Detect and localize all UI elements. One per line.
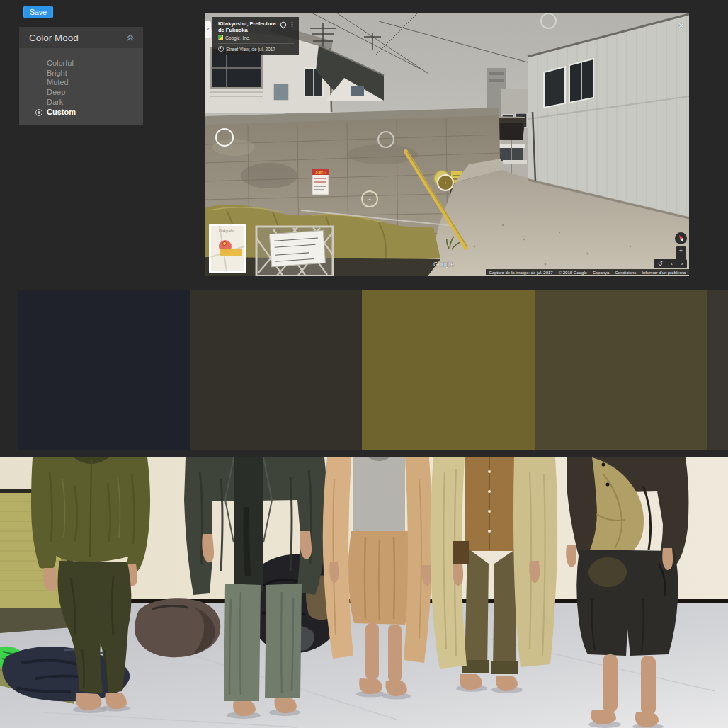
color-picker-handle-4[interactable]: +	[361, 190, 378, 207]
color-mood-option-label: Custom	[47, 108, 76, 116]
zoom-in-button[interactable]: +	[676, 246, 686, 256]
source-label: Google, Inc.	[225, 35, 250, 40]
color-mood-option-dark[interactable]: Dark	[19, 98, 143, 108]
collapse-chevron-icon[interactable]	[126, 34, 135, 41]
clock-icon	[218, 46, 224, 52]
color-mood-option-label: Muted	[47, 78, 69, 86]
svg-text:お願い: お願い	[315, 170, 326, 175]
street-view-info-card: Kitakyushu, Prefectura de Fukuoka Google…	[212, 17, 299, 55]
color-mood-option-custom[interactable]: Custom	[19, 108, 143, 118]
palette-swatch-1[interactable]	[18, 290, 190, 450]
palette-strip	[18, 290, 728, 450]
compass-control[interactable]	[675, 232, 687, 244]
region-label: Espanya	[593, 271, 609, 275]
fashion-photo	[0, 457, 728, 728]
color-mood-list: ColorfulBrightMutedDeepDarkCustom	[19, 48, 143, 125]
color-mood-option-label: Bright	[47, 69, 67, 77]
color-mood-option-bright[interactable]: Bright	[19, 69, 143, 79]
terms-link[interactable]: Condicions	[615, 271, 636, 275]
street-view-panel[interactable]: お願い 白川駐車場 新和商事㈱ ☎0948-22-0844	[205, 13, 689, 276]
attribution-bar: Captura de la imatge: de jul. 2017© 2018…	[486, 269, 689, 275]
color-mood-option-deep[interactable]: Deep	[19, 88, 143, 98]
color-mood-header[interactable]: Color Mood	[19, 27, 143, 48]
capture-date-label: Street View, de jul. 2017	[226, 47, 275, 52]
palette-swatch-3[interactable]	[362, 290, 535, 450]
color-picker-handle-5[interactable]: +	[437, 174, 454, 191]
map-pin-icon[interactable]	[279, 21, 287, 28]
svg-text:Kitakyushu: Kitakyushu	[219, 229, 235, 233]
color-mood-panel: Color Mood ColorfulBrightMutedDeepDarkCu…	[19, 27, 143, 125]
pan-right-icon[interactable]: ›	[681, 261, 683, 267]
rotate-ccw-icon[interactable]: ↺	[658, 261, 663, 267]
color-mood-option-muted[interactable]: Muted	[19, 78, 143, 88]
color-mood-option-label: Dark	[47, 98, 63, 106]
save-button[interactable]: Save	[23, 6, 53, 18]
palette-swatch-4[interactable]	[535, 290, 707, 450]
collapse-side-tab[interactable]: ‹	[205, 21, 211, 38]
palette-swatch-2[interactable]	[190, 290, 362, 450]
color-picker-handle-3[interactable]	[377, 131, 394, 148]
street-view-minimap[interactable]: Kitakyushu	[209, 224, 246, 273]
color-mood-option-label: Deep	[47, 88, 65, 96]
close-icon[interactable]: ×	[678, 21, 684, 30]
google-logo-icon	[218, 35, 223, 40]
overflow-menu-icon[interactable]: ⋮	[289, 21, 295, 28]
color-mood-option-colorful[interactable]: Colorful	[19, 59, 143, 69]
rotate-pan-control[interactable]: ↺ ‹ ›	[654, 259, 687, 268]
pan-left-icon[interactable]: ‹	[671, 261, 673, 267]
radio-selected-icon	[35, 109, 42, 116]
palette-swatch-5[interactable]	[707, 290, 728, 450]
color-picker-handle-1[interactable]	[540, 13, 557, 29]
warning-sign: お願い	[312, 169, 329, 195]
color-mood-option-label: Colorful	[47, 59, 74, 67]
color-picker-handle-2[interactable]	[215, 128, 234, 147]
google-copyright: © 2018 Google	[559, 271, 587, 275]
google-watermark: Google	[433, 261, 454, 268]
image-capture-date: Captura de la imatge: de jul. 2017	[489, 271, 553, 275]
report-problem-link[interactable]: Informar d'un problema	[642, 271, 686, 275]
color-mood-title: Color Mood	[29, 33, 126, 43]
